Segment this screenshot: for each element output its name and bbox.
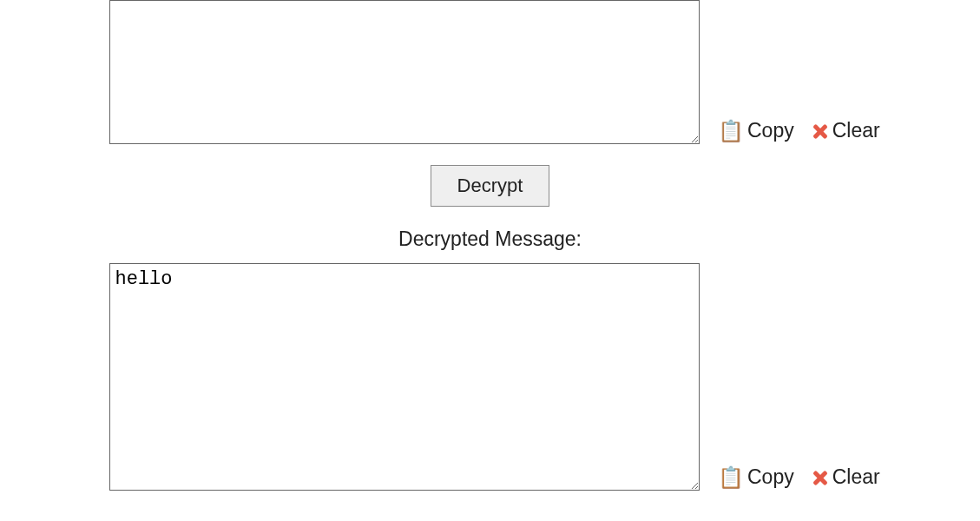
decrypt-button-row: Decrypt: [431, 165, 550, 207]
input-side-actions: 📋 Copy Clear: [707, 119, 980, 144]
clipboard-icon: 📋: [718, 121, 744, 142]
cross-icon: [810, 468, 829, 487]
decrypted-output[interactable]: [109, 263, 700, 491]
copy-label: Copy: [747, 465, 794, 489]
cross-icon: [810, 122, 829, 141]
clear-label: Clear: [832, 119, 880, 142]
output-label: Decrypted Message:: [398, 228, 582, 251]
copy-input-button[interactable]: 📋 Copy: [718, 119, 794, 142]
copy-output-button[interactable]: 📋 Copy: [718, 465, 794, 489]
input-row: 📋 Copy Clear: [0, 0, 980, 144]
encrypted-input[interactable]: [109, 0, 700, 144]
button-column: Decrypt Decrypted Message:: [0, 144, 980, 263]
copy-label: Copy: [747, 119, 794, 142]
output-row: 📋 Copy Clear: [0, 263, 980, 491]
decrypt-tool: 📋 Copy Clear Decrypt Decrypted Message: …: [0, 0, 980, 491]
input-column: [0, 0, 707, 144]
clear-input-button[interactable]: Clear: [810, 119, 880, 142]
clipboard-icon: 📋: [718, 467, 744, 488]
output-column: [0, 263, 707, 491]
clear-output-button[interactable]: Clear: [810, 465, 880, 489]
decrypt-button[interactable]: Decrypt: [431, 165, 550, 207]
output-side-actions: 📋 Copy Clear: [707, 465, 980, 491]
clear-label: Clear: [832, 465, 880, 489]
